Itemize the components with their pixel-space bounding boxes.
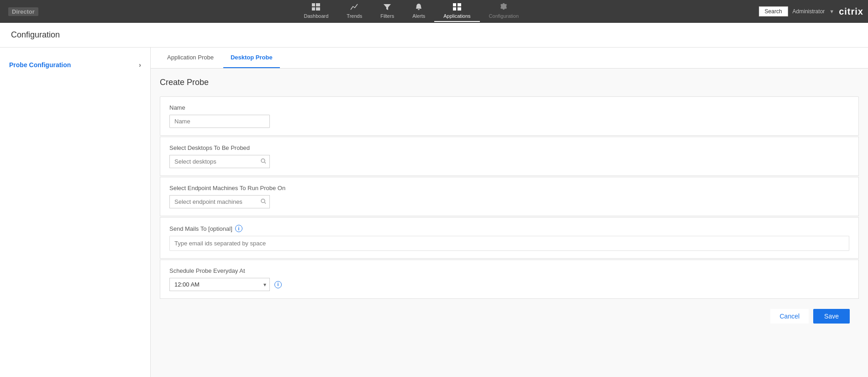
applications-icon (453, 3, 461, 12)
main-panel: Application Probe Desktop Probe Create P… (151, 48, 868, 377)
svg-rect-7 (453, 7, 456, 11)
svg-marker-4 (384, 4, 391, 10)
search-button[interactable]: Search (759, 6, 788, 16)
admin-dropdown[interactable]: Administrator (793, 8, 825, 15)
sidebar-item-probe-configuration[interactable]: Probe Configuration › (0, 57, 150, 73)
page-title: Configuration (11, 30, 857, 40)
nav-applications[interactable]: Applications (434, 1, 479, 22)
svg-rect-3 (316, 7, 320, 11)
alerts-icon (415, 3, 423, 12)
tabs-bar: Application Probe Desktop Probe (151, 48, 868, 69)
configuration-icon (500, 3, 508, 12)
svg-point-11 (261, 199, 265, 202)
svg-point-9 (261, 159, 265, 162)
cancel-button[interactable]: Cancel (770, 309, 809, 324)
page-header: Configuration (0, 23, 868, 48)
email-input[interactable] (169, 236, 849, 251)
name-input[interactable] (169, 115, 270, 128)
filters-icon (383, 3, 391, 12)
desktops-section: Select Desktops To Be Probed (160, 137, 859, 176)
form-area: Create Probe Name Select Desktops To Be … (151, 69, 868, 342)
schedule-row: 12:00 AM 1:00 AM 2:00 AM 3:00 AM 6:00 AM… (169, 278, 849, 291)
endpoint-search-icon (261, 198, 266, 205)
save-button[interactable]: Save (813, 309, 850, 324)
svg-rect-5 (453, 3, 456, 6)
nav-trends[interactable]: Trends (337, 1, 371, 22)
name-label: Name (169, 104, 849, 111)
svg-rect-0 (312, 3, 315, 6)
main-layout: Probe Configuration › Application Probe … (0, 48, 868, 377)
tab-desktop-probe[interactable]: Desktop Probe (223, 48, 280, 68)
page-content: Configuration Probe Configuration › Appl… (0, 23, 868, 377)
schedule-section: Schedule Probe Everyday At 12:00 AM 1:00… (160, 260, 859, 299)
schedule-label: Schedule Probe Everyday At (169, 267, 849, 274)
email-label: Send Mails To [optional] i (169, 225, 849, 232)
nav-filters[interactable]: Filters (371, 1, 403, 22)
svg-rect-1 (316, 3, 320, 6)
endpoint-label: Select Endpoint Machines To Run Probe On (169, 185, 849, 191)
brand: Director (5, 7, 59, 16)
form-title: Create Probe (160, 78, 859, 87)
schedule-info-icon[interactable]: i (274, 281, 282, 288)
brand-label: Director (8, 7, 38, 16)
citrix-logo: citrix (839, 6, 863, 17)
name-section: Name (160, 96, 859, 136)
desktops-input-wrap (169, 155, 270, 168)
svg-rect-6 (458, 3, 461, 6)
endpoint-section: Select Endpoint Machines To Run Probe On (160, 177, 859, 216)
email-info-icon[interactable]: i (235, 225, 242, 232)
navbar: Director Dashboard Trends Filters Alerts (0, 0, 868, 23)
endpoint-input-wrap (169, 195, 270, 208)
svg-line-10 (265, 162, 266, 164)
sidebar: Probe Configuration › (0, 48, 151, 377)
nav-alerts[interactable]: Alerts (403, 1, 434, 22)
nav-items: Dashboard Trends Filters Alerts Applicat… (64, 1, 759, 22)
navbar-right: Search Administrator ▼ citrix (759, 6, 863, 17)
trends-icon (350, 3, 358, 12)
dashboard-icon (312, 3, 320, 12)
chevron-right-icon: › (139, 61, 141, 69)
endpoint-input[interactable] (169, 195, 270, 208)
svg-line-12 (265, 202, 266, 204)
email-section: Send Mails To [optional] i (160, 217, 859, 259)
svg-rect-8 (458, 7, 461, 11)
nav-dashboard[interactable]: Dashboard (295, 1, 338, 22)
svg-rect-2 (312, 7, 315, 11)
desktops-search-icon (261, 158, 266, 165)
desktops-input[interactable] (169, 155, 270, 168)
tab-application-probe[interactable]: Application Probe (160, 48, 221, 68)
sidebar-item-label: Probe Configuration (9, 61, 71, 69)
nav-configuration[interactable]: Configuration (480, 1, 528, 22)
desktops-label: Select Desktops To Be Probed (169, 144, 849, 151)
schedule-select-wrap: 12:00 AM 1:00 AM 2:00 AM 3:00 AM 6:00 AM… (169, 278, 270, 291)
schedule-select[interactable]: 12:00 AM 1:00 AM 2:00 AM 3:00 AM 6:00 AM… (169, 278, 270, 291)
footer-actions: Cancel Save (160, 300, 859, 333)
